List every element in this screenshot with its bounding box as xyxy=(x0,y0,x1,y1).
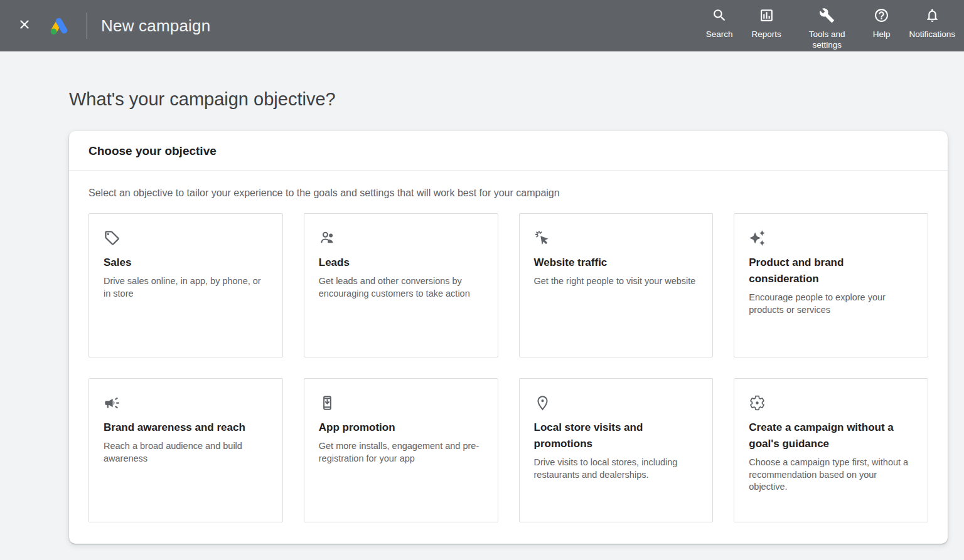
main-content: What's your campaign objective? Choose y… xyxy=(0,51,964,544)
objectives-grid: Sales Drive sales online, in app, by pho… xyxy=(88,213,928,522)
objective-title: Brand awareness and reach xyxy=(104,420,268,436)
top-app-bar: New campaign Search Reports Tools and se… xyxy=(0,0,964,51)
card-header: Choose your objective xyxy=(69,131,948,171)
search-icon xyxy=(712,8,727,26)
campaign-objective-heading: What's your campaign objective? xyxy=(69,51,948,110)
reports-icon xyxy=(759,8,774,26)
card-subtitle: Select an objective to tailor your exper… xyxy=(88,188,928,199)
people-icon xyxy=(319,230,483,247)
page-title: New campaign xyxy=(101,16,210,36)
objective-card-website-traffic[interactable]: Website traffic Get the right people to … xyxy=(519,213,714,357)
megaphone-icon xyxy=(104,394,268,412)
close-button[interactable] xyxy=(10,11,39,40)
location-pin-icon xyxy=(534,394,699,412)
objective-card-sales[interactable]: Sales Drive sales online, in app, by pho… xyxy=(88,213,283,357)
topbar-divider xyxy=(87,13,87,39)
objective-title: App promotion xyxy=(319,420,483,436)
objective-description: Get more installs, engagement and pre-re… xyxy=(319,440,483,465)
tag-icon xyxy=(104,230,268,247)
objective-title: Website traffic xyxy=(534,255,699,271)
objective-description: Encourage people to explore your product… xyxy=(749,292,913,316)
nav-help-label: Help xyxy=(873,29,891,40)
wrench-icon xyxy=(819,8,835,26)
nav-notifications[interactable]: Notifications xyxy=(909,8,955,40)
objective-description: Choose a campaign type first, without a … xyxy=(749,457,913,494)
nav-search-label: Search xyxy=(706,29,733,40)
objective-title: Create a campaign without a goal's guida… xyxy=(749,420,913,452)
google-ads-logo xyxy=(48,14,72,38)
nav-reports-label: Reports xyxy=(751,29,781,40)
objective-title: Sales xyxy=(104,255,268,271)
objective-card-leads[interactable]: Leads Get leads and other conversions by… xyxy=(304,213,498,357)
help-icon xyxy=(874,8,889,26)
gear-icon xyxy=(749,394,913,412)
objective-card-brand-awareness[interactable]: Brand awareness and reach Reach a broad … xyxy=(88,378,283,522)
choose-objective-card: Choose your objective Select an objectiv… xyxy=(69,131,948,544)
objective-card-local-store-visits[interactable]: Local store visits and promotions Drive … xyxy=(519,378,714,522)
nav-tools-and-settings[interactable]: Tools and settings xyxy=(800,8,854,50)
objective-card-no-goal-guidance[interactable]: Create a campaign without a goal's guida… xyxy=(734,378,928,522)
objective-title: Local store visits and promotions xyxy=(534,420,699,452)
card-body: Select an objective to tailor your exper… xyxy=(69,171,948,544)
nav-help[interactable]: Help xyxy=(873,8,891,40)
objective-description: Drive visits to local stores, including … xyxy=(534,457,699,481)
objective-title: Product and brand consideration xyxy=(749,255,913,287)
nav-reports[interactable]: Reports xyxy=(751,8,781,40)
phone-download-icon xyxy=(319,394,483,412)
nav-notifications-label: Notifications xyxy=(909,29,955,40)
objective-card-app-promotion[interactable]: App promotion Get more installs, engagem… xyxy=(304,378,498,522)
objective-card-product-brand-consideration[interactable]: Product and brand consideration Encourag… xyxy=(734,213,928,357)
cursor-click-icon xyxy=(534,230,699,247)
objective-title: Leads xyxy=(319,255,483,271)
bell-icon xyxy=(924,8,940,26)
nav-search[interactable]: Search xyxy=(706,8,733,40)
objective-description: Get the right people to visit your websi… xyxy=(534,275,699,288)
close-icon xyxy=(17,17,32,34)
topbar-nav: Search Reports Tools and settings Help N… xyxy=(706,0,964,51)
nav-tools-label: Tools and settings xyxy=(800,29,854,50)
objective-description: Drive sales online, in app, by phone, or… xyxy=(104,275,268,300)
topbar-left: New campaign xyxy=(0,0,210,51)
objective-description: Get leads and other conversions by encou… xyxy=(319,275,483,300)
sparkle-icon xyxy=(749,230,913,247)
objective-description: Reach a broad audience and build awarene… xyxy=(104,440,268,465)
